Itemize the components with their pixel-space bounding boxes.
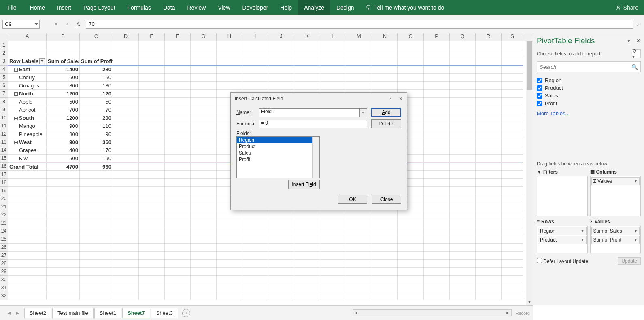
cell[interactable] [165,74,191,82]
update-button[interactable]: Update [618,257,641,265]
cell[interactable] [165,227,191,235]
cell[interactable] [165,114,191,122]
cell[interactable] [191,138,217,146]
cell[interactable]: 700 [47,106,80,114]
more-tables-link[interactable]: More Tables... [537,110,641,117]
cell[interactable] [294,235,320,244]
column-header[interactable]: B [47,33,80,41]
field-option[interactable]: Region [237,137,319,143]
cell[interactable] [268,49,294,57]
cell[interactable]: 500 [47,98,80,106]
tab-developer[interactable]: Developer [236,0,274,15]
cell[interactable]: 120 [80,90,113,98]
cell[interactable] [320,268,346,276]
cell[interactable] [450,276,476,284]
cell[interactable] [242,41,268,49]
cell[interactable] [476,268,502,276]
cell[interactable] [502,171,523,179]
cell[interactable] [113,66,139,74]
cell[interactable] [450,211,476,219]
cell[interactable] [320,284,346,292]
cell[interactable] [139,171,165,179]
cell[interactable] [217,66,242,74]
cell[interactable] [372,252,398,260]
row-header[interactable]: 29 [0,268,8,276]
cell[interactable] [47,41,80,49]
cell[interactable] [476,244,502,252]
row-header[interactable]: 18 [0,179,8,187]
cell[interactable] [502,211,523,219]
cell[interactable] [450,244,476,252]
cell[interactable] [191,171,217,179]
cell[interactable] [502,98,523,106]
cell[interactable] [372,235,398,244]
cell[interactable] [320,292,346,300]
cell[interactable] [139,179,165,187]
cell[interactable] [191,203,217,211]
cell[interactable] [191,90,217,98]
cell[interactable] [398,235,424,244]
row-header[interactable]: 27 [0,252,8,260]
cell[interactable] [47,195,80,203]
cell[interactable]: Grand Total [8,163,47,171]
cell[interactable] [191,252,217,260]
cell[interactable] [80,260,113,268]
cell[interactable] [47,268,80,276]
cell[interactable] [476,41,502,49]
cell[interactable] [113,268,139,276]
cell[interactable] [165,219,191,227]
cell[interactable] [191,57,217,66]
cell[interactable] [294,66,320,74]
row-header[interactable]: 8 [0,98,8,106]
cell[interactable] [424,90,450,98]
row-header[interactable]: 28 [0,260,8,268]
cell[interactable] [113,244,139,252]
cell[interactable] [450,227,476,235]
cell[interactable] [372,244,398,252]
cell[interactable] [165,90,191,98]
tab-home[interactable]: Home [24,0,51,15]
cell[interactable] [320,235,346,244]
cell[interactable] [8,227,47,235]
cell[interactable] [424,276,450,284]
cell[interactable] [476,292,502,300]
cell[interactable] [217,276,242,284]
cell[interactable] [502,219,523,227]
cell[interactable] [191,82,217,90]
cell[interactable] [165,171,191,179]
cell[interactable] [80,276,113,284]
cell[interactable] [113,284,139,292]
cell[interactable] [242,74,268,82]
cell[interactable] [80,195,113,203]
share-button[interactable]: Share [615,4,644,11]
cell[interactable] [502,284,523,292]
cell[interactable] [191,66,217,74]
cell[interactable] [165,146,191,155]
cell[interactable]: 960 [80,163,113,171]
cell[interactable] [398,57,424,66]
cell[interactable] [113,219,139,227]
cell[interactable] [139,276,165,284]
cell[interactable] [398,260,424,268]
cell[interactable] [113,57,139,66]
cell[interactable]: 500 [47,155,80,163]
cell[interactable] [80,219,113,227]
cell[interactable] [476,195,502,203]
cell[interactable] [139,260,165,268]
row-header[interactable]: 32 [0,292,8,300]
cell[interactable] [242,292,268,300]
cell[interactable] [139,252,165,260]
cell[interactable] [217,284,242,292]
cell[interactable] [242,276,268,284]
row-header[interactable]: 21 [0,203,8,211]
cell[interactable] [80,284,113,292]
cell[interactable] [242,211,268,219]
row-header[interactable]: 22 [0,211,8,219]
cell[interactable] [8,203,47,211]
tab-analyze[interactable]: Analyze [298,0,330,15]
field-option[interactable]: Profit [237,156,319,163]
cell[interactable] [424,268,450,276]
close-pane-icon[interactable]: ✕ [636,38,641,44]
cell[interactable] [424,227,450,235]
cell[interactable] [450,284,476,292]
